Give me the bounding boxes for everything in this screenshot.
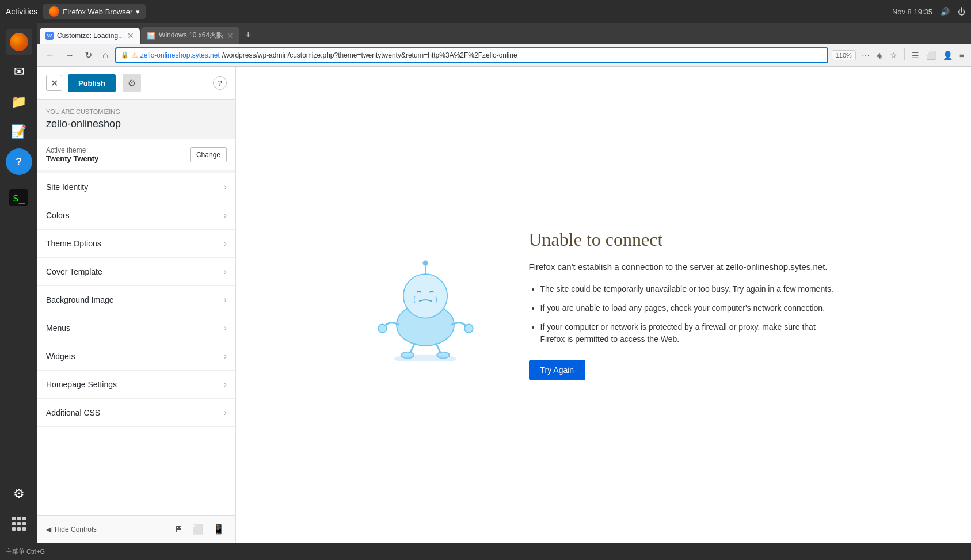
menu-item-background-image[interactable]: Background Image › <box>37 286 235 314</box>
os-sidebar-settings[interactable]: ⚙ <box>6 481 32 507</box>
container-tab-button[interactable]: ⬜ <box>924 48 938 62</box>
device-buttons: 🖥 ⬜ 📱 <box>172 521 227 537</box>
active-theme-section: Active theme Twenty Twenty Change <box>37 139 235 170</box>
os-sidebar-help[interactable]: ? <box>6 148 32 175</box>
os-datetime: Nov 8 19:35 <box>892 7 932 16</box>
browser-tab-1[interactable]: W Customize: Loading... ✕ <box>40 28 140 44</box>
error-content: Unable to connect Firefox can't establis… <box>345 206 863 403</box>
menu-item-additional-css-label: Additional CSS <box>46 408 100 417</box>
more-button[interactable]: ⋯ <box>859 48 872 62</box>
hide-controls-button[interactable]: ◀ Hide Controls <box>46 525 97 534</box>
reading-mode-button[interactable]: ☰ <box>909 48 922 62</box>
menu-item-cover-template[interactable]: Cover Template › <box>37 258 235 286</box>
svg-point-1 <box>403 274 447 318</box>
error-illustration <box>368 246 494 364</box>
chevron-right-icon: › <box>224 407 227 418</box>
try-again-button[interactable]: Try Again <box>529 360 586 380</box>
chevron-right-icon: › <box>224 323 227 333</box>
menu-item-background-image-label: Background Image <box>46 295 114 304</box>
browser-window: W Customize: Loading... ✕ 🪟 Windows 10 x… <box>37 23 971 543</box>
hide-controls-label: Hide Controls <box>55 525 97 534</box>
os-sidebar-terminal[interactable]: $_ <box>6 184 32 211</box>
account-button[interactable]: 👤 <box>940 48 955 62</box>
svg-point-3 <box>464 324 473 333</box>
hamburger-menu-button[interactable]: ≡ <box>957 48 966 62</box>
publish-button[interactable]: Publish <box>68 74 116 92</box>
error-bullet-2: If you are unable to load any pages, che… <box>540 302 840 314</box>
customizer-close-button[interactable]: ✕ <box>46 75 62 91</box>
tab2-title: Windows 10 x64火眼 <box>159 31 223 40</box>
menu-item-additional-css[interactable]: Additional CSS › <box>37 399 235 427</box>
tab1-close[interactable]: ✕ <box>127 31 134 40</box>
error-text-section: Unable to connect Firefox can't establis… <box>529 229 840 380</box>
error-bullet-1: The site could be temporarily unavailabl… <box>540 283 840 295</box>
customizer-footer: ◀ Hide Controls 🖥 ⬜ 📱 <box>37 515 235 543</box>
menu-item-theme-options-label: Theme Options <box>46 239 101 248</box>
menu-item-widgets-label: Widgets <box>46 352 75 361</box>
change-theme-button[interactable]: Change <box>190 147 227 162</box>
chevron-right-icon: › <box>224 295 227 305</box>
svg-point-7 <box>422 260 428 265</box>
os-sidebar-writer[interactable]: 📝 <box>6 119 32 145</box>
menu-item-menus[interactable]: Menus › <box>37 314 235 342</box>
browser-tabbar: W Customize: Loading... ✕ 🪟 Windows 10 x… <box>37 23 971 44</box>
menu-item-homepage-settings[interactable]: Homepage Settings › <box>37 371 235 399</box>
pocket-button[interactable]: ◈ <box>874 48 885 62</box>
browser-tab-2[interactable]: 🪟 Windows 10 x64火眼 ✕ <box>141 27 239 44</box>
customizer-header: ✕ Publish ⚙ ? <box>37 67 235 100</box>
customizing-label: You are customizing <box>37 100 235 118</box>
os-firefox-button[interactable]: Firefox Web Browser ▾ <box>43 4 146 19</box>
url-path: /wordpress/wp-admin/customize.php?theme=… <box>222 51 823 59</box>
tablet-view-button[interactable]: ⬜ <box>190 521 206 537</box>
zoom-level: 110% <box>832 50 856 60</box>
tab1-icon: W <box>45 32 54 40</box>
os-sidebar-files[interactable]: 📁 <box>6 89 32 115</box>
browser-toolbar: ← → ↻ ⌂ 🔒 ⚠ zello-onlineshop.sytes.net /… <box>37 44 971 67</box>
warning-icon: ⚠ <box>131 51 138 59</box>
error-description: Firefox can't establish a connection to … <box>529 262 840 272</box>
os-taskbar: Activities Firefox Web Browser ▾ Nov 8 1… <box>0 0 971 23</box>
os-sidebar-firefox[interactable] <box>6 29 32 55</box>
customizing-site: zello-onlineshop <box>37 118 235 139</box>
customizer-settings-button[interactable]: ⚙ <box>123 74 141 92</box>
tab2-close[interactable]: ✕ <box>227 31 234 40</box>
active-theme-name: Twenty Twenty <box>46 154 98 163</box>
error-bullets: The site could be temporarily unavailabl… <box>529 283 840 345</box>
os-bottom-hint: 主菜单 Ctrl+G <box>6 547 45 556</box>
bookmark-button[interactable]: ☆ <box>888 48 900 62</box>
tab2-icon: 🪟 <box>147 32 155 40</box>
os-activities-button[interactable]: Activities <box>6 7 37 16</box>
os-browser-label: Firefox Web Browser <box>63 7 132 16</box>
back-button[interactable]: ← <box>42 48 58 63</box>
menu-item-colors[interactable]: Colors › <box>37 201 235 230</box>
menu-item-cover-template-label: Cover Template <box>46 267 102 276</box>
chevron-right-icon: › <box>224 351 227 361</box>
customizer-help-button[interactable]: ? <box>213 76 227 90</box>
os-sidebar-email[interactable]: ✉ <box>6 59 32 85</box>
error-bullet-3: If your computer or network is protected… <box>540 321 840 345</box>
refresh-button[interactable]: ↻ <box>81 47 96 63</box>
menu-item-site-identity-label: Site Identity <box>46 182 88 192</box>
os-sidebar-grid[interactable] <box>6 511 32 537</box>
error-title: Unable to connect <box>529 229 840 250</box>
browser-body: ✕ Publish ⚙ ? You are customizing zello-… <box>37 67 971 543</box>
active-theme-info: Active theme Twenty Twenty <box>46 146 98 163</box>
new-tab-button[interactable]: + <box>241 27 256 44</box>
menu-item-widgets[interactable]: Widgets › <box>37 342 235 371</box>
os-volume-icon[interactable]: 🔊 <box>940 7 950 16</box>
menu-item-theme-options[interactable]: Theme Options › <box>37 230 235 258</box>
chevron-right-icon: › <box>224 210 227 220</box>
home-button[interactable]: ⌂ <box>99 48 112 63</box>
url-domain: zello-onlineshop.sytes.net <box>140 51 220 59</box>
os-dropdown-icon: ▾ <box>136 7 140 16</box>
os-power-icon[interactable]: ⏻ <box>958 7 965 16</box>
menu-item-menus-label: Menus <box>46 323 70 333</box>
firefox-icon <box>49 6 59 17</box>
forward-button[interactable]: → <box>62 48 78 63</box>
os-sidebar: ✉ 📁 📝 ? $_ ⚙ <box>0 23 37 543</box>
desktop-view-button[interactable]: 🖥 <box>172 521 185 537</box>
menu-item-site-identity[interactable]: Site Identity › <box>37 173 235 201</box>
lock-icon: 🔒 <box>121 51 129 59</box>
mobile-view-button[interactable]: 📱 <box>211 521 227 537</box>
address-bar[interactable]: 🔒 ⚠ zello-onlineshop.sytes.net /wordpres… <box>115 47 828 63</box>
